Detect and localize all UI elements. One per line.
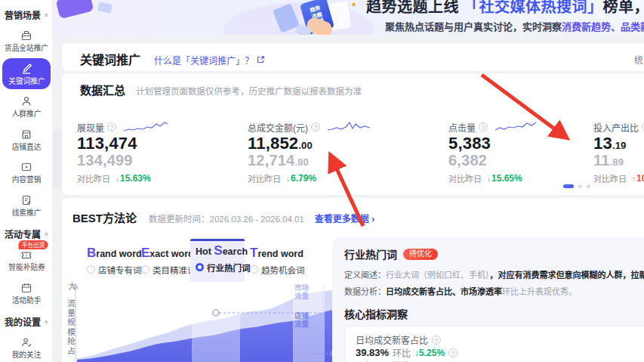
section-label: 营销场景 (5, 8, 41, 21)
section-label: 活动专属 (5, 227, 41, 240)
page-title: 关键词推广 (80, 50, 140, 68)
core-metric-name: 日均成交新客占比 (356, 333, 428, 346)
insight-title: 行业热门词 (344, 246, 397, 261)
metric-label: 总成交金额(元) (248, 121, 308, 134)
radio-icon[interactable] (87, 265, 95, 274)
help-icon[interactable]: ? (432, 336, 441, 345)
content-icon (20, 161, 32, 173)
metric-clicks: 点击量 ? 5,383 6,382 对比昨日 ↓15.65% (448, 122, 607, 184)
sidebar-item-coupon[interactable]: 平台出资 智能补贴券 (2, 244, 51, 276)
tab-trend-word[interactable]: Trend word 趋势机会词 (245, 239, 299, 282)
sidebar-item-label: 货品全站推广 (5, 45, 48, 52)
radio-icon[interactable] (250, 265, 258, 274)
compare-label: 对比昨日 (77, 172, 110, 184)
sidebar-item-label: 活动助手 (12, 297, 42, 305)
header-corner-text[interactable]: 统 (634, 53, 643, 66)
radio-icon[interactable] (141, 265, 149, 274)
leads-icon (20, 194, 32, 206)
summary-note: 计划管理页面数据仅供参考，历史推广数据以报表数据为准 (136, 85, 362, 97)
sidebar-item-label: 店铺直达 (12, 143, 42, 150)
tab-exact-word[interactable]: Exact word 类目精准词 (136, 239, 190, 282)
what-is-keyword-link[interactable]: 什么是「关键词推广」？ (154, 54, 265, 67)
sidebar-item-label: 关键词推广 (8, 77, 45, 85)
sidebar-item-keyword[interactable]: 关键词推广 (2, 58, 51, 90)
hb-label: 环比 (393, 346, 411, 359)
help-icon[interactable]: ? (448, 348, 458, 357)
carousel-dot-active[interactable] (563, 184, 574, 188)
metric-prev-value: 11.89 (593, 153, 644, 169)
update-time: 数据更新时间：2026.03.26 - 2026.04.01 (149, 212, 304, 224)
metric-prev-value: 134,499 (77, 153, 236, 169)
compare-label: 对比昨日 (448, 172, 482, 184)
platform-funded-badge: 平台出资 (18, 240, 48, 249)
banner-subtitle: 聚焦热点话题与用户真实讨论，实时洞察消费新趋势、品类新机会 (385, 19, 644, 33)
metric-label: 点击量 (448, 121, 476, 134)
chevron-up-icon: ∧ (44, 319, 49, 325)
tab-brand-word[interactable]: Brand word 店铺专有词 (82, 239, 136, 282)
radio-checked-icon[interactable] (196, 263, 204, 271)
sidebar-section-marketing[interactable]: 营销场景 ∧ (0, 3, 52, 23)
metric-prev-value: 6,382 (448, 153, 607, 169)
sidebar-item-assistant[interactable]: 活动助手 (2, 277, 51, 309)
sidebar-item-content[interactable]: 内容营销 (2, 156, 51, 188)
data-summary-card: 数据汇总 计划管理页面数据仅供参考，历史推广数据以报表数据为准 展现量 ? 11… (62, 73, 644, 195)
external-link-icon (257, 55, 265, 66)
calendar-icon (20, 282, 32, 294)
carousel-dots[interactable] (563, 184, 590, 188)
word-type-tabs: Brand word 店铺专有词 Exact word 类目精准词 Hot Se… (82, 239, 299, 282)
view-more-data-link[interactable]: 查看更多数据 › (315, 212, 374, 224)
sparkline (494, 120, 538, 134)
change-value: ↓15.63% (116, 173, 151, 184)
sidebar-item-follow[interactable]: 我的关注 (2, 332, 51, 362)
shop-traffic-label: 店铺流量 (294, 312, 313, 329)
audience-icon (20, 95, 32, 107)
metric-gmv: 总成交金额(元) ? 11,852.00 12,714.80 对比昨日 ↓6.7… (248, 122, 406, 184)
data-analysis-line: 数据分析：日均成交新客占比、市场渗透率环比上升表现优秀。 (344, 285, 644, 297)
change-value: ↑10.93% (632, 173, 644, 184)
metric-value: 5,383 (448, 135, 607, 152)
best-title: BEST方法论 (72, 209, 137, 225)
definition-line: 定义阐述：行业大词（例如口红、手机），对应有消费需求但意向模糊的人群，拉新效果显… (344, 268, 644, 280)
hb-change: ↓5.25% (414, 348, 445, 358)
section-label: 我的设置 (5, 315, 41, 328)
metric-value: 13.19 (593, 135, 644, 152)
banner-title: 趋势选题上线 「社交媒体热搜词」榜单，精准捕捉 (366, 0, 644, 17)
sidebar-item-label: 我的关注 (12, 351, 42, 359)
metric-prev-value: 12,714.80 (248, 153, 406, 169)
help-icon[interactable]: ? (479, 122, 488, 131)
compare-label: 对比昨日 (593, 172, 627, 184)
metric-value: 11,852.00 (248, 135, 406, 152)
sidebar-item-store-all[interactable]: 货品全站推广 (2, 25, 51, 57)
core-metric-box: 日均成交新客占比 ? 39.83% 环比 ↓5.25% ? 同行同层均值 34.… (344, 326, 644, 362)
market-traffic-label: 市场流量 (294, 284, 313, 301)
carousel-dot[interactable] (578, 184, 582, 188)
sidebar-item-shop[interactable]: 店铺直达 (2, 124, 51, 156)
sidebar-item-audience[interactable]: 人群推广 (2, 91, 51, 122)
tab-hot-search[interactable]: Hot Search 行业热门词 (190, 239, 245, 282)
tab-label: 店铺专有词 (98, 264, 142, 276)
coupon-icon (20, 249, 32, 261)
tab-label: 趋势机会词 (261, 264, 305, 276)
sidebar-item-label: 线索推广 (12, 209, 42, 216)
sidebar-section-settings[interactable]: 我的设置 ∧ (0, 310, 52, 330)
help-icon[interactable]: ? (311, 122, 320, 131)
peer-average: 同行同层均值 34.34% (356, 359, 443, 362)
sparkle-icon: ✦ (350, 0, 357, 10)
summary-title: 数据汇总 (80, 82, 125, 97)
carousel-dot[interactable] (587, 184, 590, 188)
core-insight-title: 核心指标洞察 (344, 306, 644, 320)
tab-label: 类目精准词 (153, 264, 196, 276)
chevron-up-icon: ∧ (44, 12, 49, 18)
help-link-label: 什么是「关键词推广」？ (154, 54, 254, 67)
metric-impressions: 展现量 ? 113,474 134,499 对比昨日 ↓15.63% (77, 122, 236, 184)
help-icon[interactable]: ? (107, 122, 116, 131)
app-window: 营销场景 ∧ 货品全站推广 关键词推广 人群推广 店铺直达 内容营销 线索推广 (0, 0, 644, 362)
sidebar-item-label: 智能补贴券 (8, 264, 45, 271)
shop-icon (20, 128, 32, 141)
follow-icon (20, 336, 32, 348)
sidebar-item-leads[interactable]: 线索推广 (2, 190, 51, 221)
to-optimize-badge: 待优化 (403, 249, 438, 260)
y-axis-max-label: 大 (68, 280, 76, 292)
promo-banner[interactable]: 趋势选题上线 ✦ 趋势选题上线 「社交媒体热搜词」榜单，精准捕捉 聚焦热点话题与… (53, 0, 644, 35)
traffic-scale-chart: 大 流量规模抢占 市场流量 店铺流量 (63, 283, 340, 362)
